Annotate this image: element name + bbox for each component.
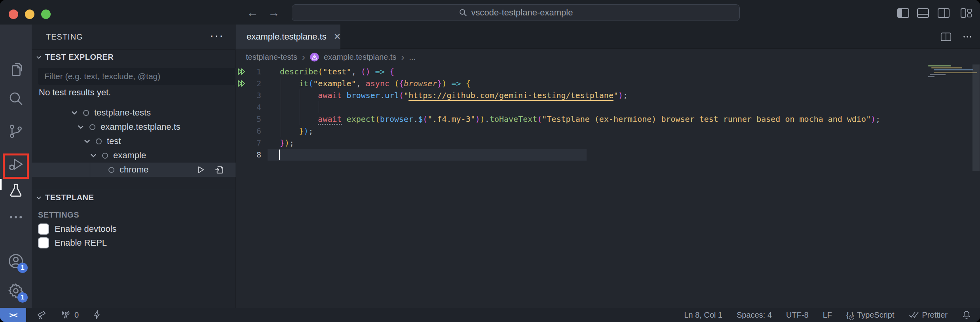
tab-example-testplane-ts[interactable]: example.testplane.ts ✕ — [236, 25, 340, 49]
tab-bar: example.testplane.ts ✕ — [236, 25, 980, 49]
testing-view-icon[interactable] — [7, 182, 25, 199]
sidebar-more-actions[interactable]: ··· — [210, 28, 224, 42]
test-tree-item-label: example.testplane.ts — [101, 122, 180, 132]
test-tree-item-testplane-tests[interactable]: testplane-tests — [32, 106, 236, 120]
code-line-7[interactable]: 7}); — [236, 137, 980, 149]
macos-close-button[interactable] — [9, 9, 18, 19]
macos-minimize-button[interactable] — [25, 9, 34, 19]
enable-devtools-row[interactable]: Enable devtools — [38, 224, 117, 235]
test-explorer-section-header[interactable]: TEST EXPLORER — [32, 49, 236, 64]
test-filter-input[interactable]: Filter (e.g. text, !exclude, @tag) — [38, 68, 260, 85]
accounts-badge: 1 — [17, 263, 28, 273]
code-line-8[interactable]: 8 — [236, 149, 980, 161]
test-state-circle-icon — [108, 167, 114, 173]
code-line-5[interactable]: 5 await expect(browser.$(".f4.my-3")).to… — [236, 113, 980, 125]
breadcrumb[interactable]: testplane-tests›example.testplane.ts›... — [246, 49, 416, 66]
line-number: 6 — [243, 125, 261, 137]
code-text: }); — [280, 137, 294, 149]
run-test-icon[interactable] — [196, 165, 205, 174]
tab-close-icon[interactable]: ✕ — [334, 32, 341, 42]
search-view-icon[interactable] — [7, 90, 25, 107]
toggle-secondary-sidebar-icon[interactable] — [937, 8, 950, 18]
status-eol-label: LF — [823, 311, 832, 320]
breadcrumb-item[interactable]: example.testplane.ts — [324, 53, 396, 62]
power-status-item[interactable] — [92, 310, 102, 320]
toggle-panel-icon[interactable] — [917, 8, 929, 18]
macos-zoom-button[interactable] — [41, 9, 51, 19]
text-cursor — [279, 150, 280, 160]
test-state-circle-icon — [89, 124, 95, 130]
settings-gear-icon[interactable]: 1 — [7, 282, 25, 299]
go-to-test-icon[interactable] — [214, 165, 224, 175]
test-tree-item-chrome[interactable]: chrome — [32, 163, 236, 177]
enable-devtools-checkbox[interactable] — [38, 224, 49, 235]
prettier-check-icon — [909, 311, 919, 319]
source-control-icon[interactable] — [7, 123, 25, 140]
testplane-section-header[interactable]: TESTPLANE — [32, 190, 236, 205]
navigate-forward-button[interactable]: → — [266, 6, 282, 20]
status-encoding[interactable]: UTF-8 — [786, 311, 809, 320]
code-line-6[interactable]: 6 }); — [236, 125, 980, 137]
code-text: it("example", async ({browser}) => { — [280, 78, 471, 89]
test-state-circle-icon — [102, 153, 108, 159]
testplane-file-icon — [310, 53, 319, 62]
testplane-status-item[interactable] — [36, 310, 47, 320]
status-eol[interactable]: LF — [823, 311, 832, 320]
indent-guide — [319, 101, 319, 113]
code-line-2[interactable]: 2 it("example", async ({browser}) => { — [236, 78, 980, 89]
test-tree-item-label: testplane-tests — [94, 108, 151, 118]
testing-sidebar: TESTING ··· TEST EXPLORER Filter (e.g. t… — [32, 25, 236, 308]
navigate-back-button[interactable]: ← — [245, 6, 260, 20]
customize-layout-icon[interactable] — [959, 8, 972, 18]
search-icon — [459, 8, 467, 17]
indent-guide — [300, 101, 300, 113]
accounts-icon[interactable]: 1 — [7, 252, 25, 270]
status-cursor-position[interactable]: Ln 8, Col 1 — [684, 311, 722, 320]
split-editor-icon[interactable] — [940, 32, 952, 42]
test-tree-item-example.testplane.ts[interactable]: example.testplane.ts — [32, 120, 236, 134]
zap-icon — [92, 310, 102, 320]
vertical-scrollbar[interactable] — [972, 64, 980, 171]
test-tree-item-label: test — [107, 136, 121, 146]
editor-group: example.testplane.ts ✕ testplane-tests›e… — [236, 25, 980, 308]
line-number: 4 — [243, 101, 261, 113]
code-line-3[interactable]: 3 await browser.url("https://github.com/… — [236, 89, 980, 101]
status-indentation[interactable]: Spaces: 4 — [737, 311, 772, 320]
editor-more-actions-icon[interactable] — [962, 32, 973, 42]
enable-repl-row[interactable]: Enable REPL — [38, 237, 107, 248]
more-views-icon[interactable] — [7, 208, 25, 226]
indent-guide — [90, 163, 90, 177]
code-area[interactable]: 1describe("test", () => {2 it("example",… — [236, 66, 980, 161]
code-line-4[interactable]: 4 — [236, 101, 980, 113]
ports-status-item[interactable]: 0 — [60, 310, 79, 320]
code-line-1[interactable]: 1describe("test", () => { — [236, 66, 980, 78]
line-number: 1 — [243, 66, 261, 78]
title-bar: ← → vscode-testplane-example — [0, 0, 980, 25]
indent-guide — [281, 101, 281, 113]
test-tree-item-example[interactable]: example — [32, 148, 236, 163]
command-center-search[interactable]: vscode-testplane-example — [292, 4, 740, 21]
test-tree-item-label: example — [113, 150, 146, 161]
chevron-down-icon — [36, 54, 42, 61]
sidebar-title: TESTING — [46, 32, 83, 42]
settings-group-label: SETTINGS — [38, 210, 79, 220]
no-test-results-message: No test results yet. — [39, 87, 111, 98]
test-explorer-header-label: TEST EXPLORER — [45, 53, 114, 62]
radio-tower-icon — [60, 310, 71, 320]
explorer-icon[interactable] — [7, 61, 25, 78]
chevron-down-icon — [83, 137, 91, 145]
status-language[interactable]: { }✕TypeScript — [846, 311, 894, 320]
active-view-indicator — [0, 179, 2, 190]
toggle-primary-sidebar-icon[interactable] — [897, 8, 910, 18]
breadcrumb-item[interactable]: testplane-tests — [246, 53, 297, 62]
status-formatter[interactable]: Prettier — [909, 311, 948, 320]
enable-devtools-label: Enable devtools — [55, 224, 117, 234]
notifications-bell-icon[interactable] — [962, 310, 971, 320]
vscode-window: ← → vscode-testplane-example — [0, 0, 980, 322]
breadcrumb-item[interactable]: ... — [409, 53, 416, 62]
remote-indicator[interactable]: >< — [0, 308, 26, 322]
test-tree-item-test[interactable]: test — [32, 134, 236, 148]
enable-repl-checkbox[interactable] — [38, 237, 49, 248]
current-line-highlight — [268, 149, 587, 161]
line-number: 5 — [243, 113, 261, 125]
